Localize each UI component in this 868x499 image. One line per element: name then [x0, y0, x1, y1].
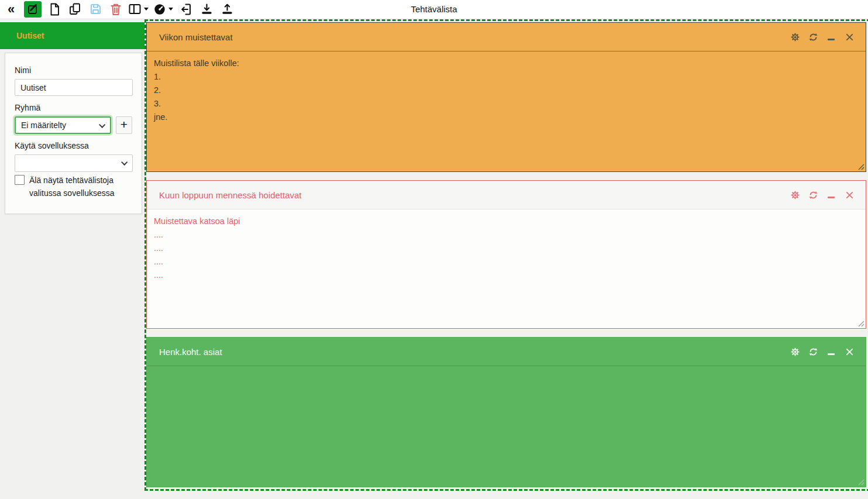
save-icon — [89, 3, 102, 15]
new-document-button[interactable] — [47, 1, 62, 18]
refresh-button[interactable] — [808, 190, 818, 199]
panel-week-reminders: Viikon muistettavat Muistilista tälle vi… — [146, 22, 866, 172]
download-icon — [201, 3, 213, 16]
content-line: Muistilista tälle viikolle: — [154, 57, 859, 70]
content-line: .... — [154, 242, 859, 255]
panel-month-content[interactable]: Muistettava katsoa läpi .... .... .... .… — [147, 209, 866, 282]
settings-button[interactable] — [790, 347, 800, 356]
content-line: 2. — [154, 84, 859, 97]
refresh-icon — [809, 33, 818, 42]
chevron-down-icon — [168, 8, 173, 11]
panel-month-title: Kuun loppuun mennessä hoidettavat — [159, 190, 302, 200]
copy-icon — [69, 3, 81, 16]
panel-personal-matters: Henk.koht. asiat — [146, 337, 866, 487]
new-document-icon — [49, 3, 60, 16]
sidebar-header: Uutiset — [0, 22, 144, 49]
toolbar: « — [0, 0, 868, 18]
close-button[interactable] — [845, 190, 854, 199]
close-button[interactable] — [845, 32, 854, 42]
content-line: jne. — [154, 111, 859, 124]
gear-icon — [791, 33, 800, 42]
use-in-app-select[interactable] — [15, 154, 133, 172]
layout-dropdown-button[interactable] — [129, 1, 149, 18]
close-button[interactable] — [845, 347, 854, 356]
hide-task-lists-checkbox[interactable] — [15, 175, 25, 185]
group-label: Ryhmä — [15, 103, 132, 112]
save-button[interactable] — [88, 1, 103, 18]
panel-week-title: Viikon muistettavat — [159, 32, 233, 42]
content-line: .... — [154, 269, 859, 282]
panel-week-header[interactable]: Viikon muistettavat — [147, 23, 866, 51]
resize-handle[interactable] — [858, 479, 864, 486]
panel-personal-content[interactable] — [147, 366, 866, 371]
hide-task-lists-label: Älä näytä tehtävälistoja valitussa sovel… — [29, 174, 115, 199]
panel-personal-title: Henk.koht. asiat — [159, 347, 222, 357]
content-line: .... — [154, 228, 859, 242]
upload-icon — [221, 3, 233, 16]
refresh-icon — [809, 191, 818, 199]
chevron-down-icon — [144, 8, 149, 11]
content-line: 3. — [154, 97, 859, 111]
edit-icon — [27, 4, 39, 15]
refresh-button[interactable] — [808, 32, 818, 42]
sidebar: Uutiset Nimi Ryhmä Ei määritelty + Käytä… — [0, 18, 144, 499]
minimize-button[interactable] — [826, 347, 836, 356]
task-list-form: Nimi Ryhmä Ei määritelty + Käytä sovellu… — [5, 53, 142, 214]
refresh-button[interactable] — [808, 347, 818, 356]
name-label: Nimi — [15, 66, 132, 75]
panel-personal-header[interactable]: Henk.koht. asiat — [147, 338, 866, 366]
minimize-icon — [828, 197, 835, 198]
name-input[interactable] — [15, 79, 133, 96]
content-line: 1. — [154, 70, 859, 84]
import-icon — [180, 3, 192, 16]
resize-handle[interactable] — [858, 164, 864, 170]
close-icon — [846, 348, 853, 356]
upload-button[interactable] — [219, 1, 235, 18]
minimize-icon — [828, 39, 835, 40]
panel-month-header[interactable]: Kuun loppuun mennessä hoidettavat — [147, 181, 866, 209]
content-line: .... — [154, 255, 859, 269]
chevron-down-icon — [99, 122, 105, 128]
trash-icon — [110, 3, 122, 16]
import-button[interactable] — [178, 1, 194, 18]
chevron-double-left-icon: « — [8, 2, 15, 17]
gear-icon — [791, 347, 800, 356]
columns-icon — [129, 4, 141, 15]
download-button[interactable] — [199, 1, 214, 18]
settings-button[interactable] — [790, 190, 800, 199]
gauge-icon — [154, 4, 166, 15]
delete-button[interactable] — [108, 1, 123, 18]
resize-handle[interactable] — [858, 321, 864, 327]
panel-week-content[interactable]: Muistilista tälle viikolle: 1. 2. 3. jne… — [147, 51, 866, 124]
dashboard-dropdown-button[interactable] — [154, 1, 173, 18]
collapse-sidebar-button[interactable]: « — [4, 1, 19, 18]
refresh-icon — [809, 347, 818, 356]
use-in-app-label: Käytä sovelluksessa — [15, 141, 132, 150]
close-icon — [846, 33, 853, 41]
sidebar-header-title: Uutiset — [16, 31, 44, 40]
copy-button[interactable] — [67, 1, 82, 18]
dashboard-area: Viikon muistettavat Muistilista tälle vi… — [144, 18, 868, 499]
add-group-button[interactable]: + — [116, 116, 132, 134]
group-select-value: Ei määritelty — [21, 121, 66, 130]
panel-month-tasks: Kuun loppuun mennessä hoidettavat Muiste… — [146, 180, 866, 329]
minimize-button[interactable] — [826, 190, 836, 199]
group-select[interactable]: Ei määritelty — [15, 116, 111, 134]
minimize-button[interactable] — [826, 32, 836, 42]
content-line: Muistettava katsoa läpi — [154, 215, 859, 228]
chevron-down-icon — [121, 159, 128, 166]
edit-button[interactable] — [24, 1, 42, 18]
gear-icon — [791, 191, 800, 199]
minimize-icon — [828, 353, 835, 355]
page-title: Tehtävälista — [411, 0, 457, 18]
close-icon — [846, 191, 853, 199]
settings-button[interactable] — [790, 32, 800, 42]
